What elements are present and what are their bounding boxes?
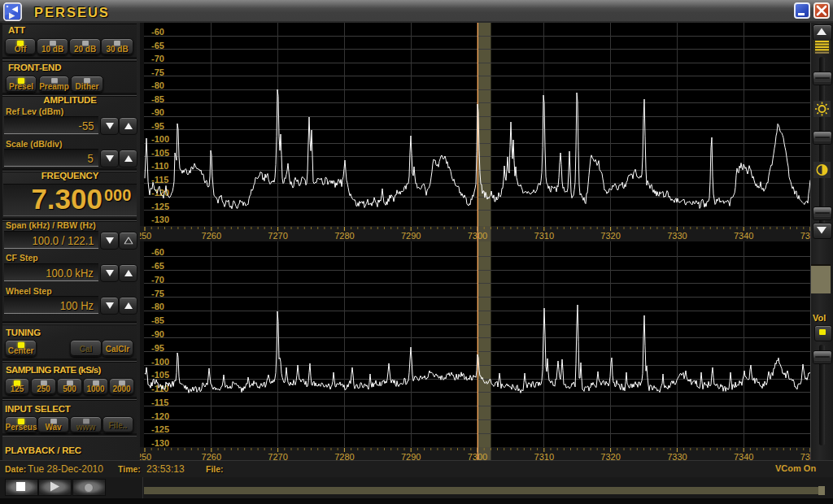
svg-text:7280: 7280 xyxy=(334,231,354,241)
svg-text:7260: 7260 xyxy=(202,452,221,460)
svg-text:7310: 7310 xyxy=(534,452,554,460)
svg-text:7290: 7290 xyxy=(401,231,421,241)
svg-text:-75: -75 xyxy=(151,289,164,298)
svg-text:7270: 7270 xyxy=(268,452,287,460)
svg-text:-65: -65 xyxy=(151,41,164,50)
svg-text:7250: 7250 xyxy=(140,452,151,460)
svg-text:-80: -80 xyxy=(151,80,164,90)
svg-text:7330: 7330 xyxy=(667,452,687,460)
svg-text:-95: -95 xyxy=(151,121,164,131)
svg-text:7310: 7310 xyxy=(534,231,554,241)
svg-text:-75: -75 xyxy=(151,67,164,77)
svg-text:-115: -115 xyxy=(151,175,168,185)
svg-text:-60: -60 xyxy=(151,247,164,257)
svg-text:-60: -60 xyxy=(151,27,164,37)
svg-text:-90: -90 xyxy=(151,329,164,339)
svg-text:7320: 7320 xyxy=(600,231,620,241)
svg-text:-120: -120 xyxy=(151,411,169,421)
svg-text:-85: -85 xyxy=(151,315,164,325)
svg-text:-90: -90 xyxy=(151,107,164,117)
svg-text:-85: -85 xyxy=(151,94,164,104)
svg-text:-125: -125 xyxy=(151,424,169,434)
svg-text:7290: 7290 xyxy=(401,452,421,460)
svg-text:-100: -100 xyxy=(151,357,169,367)
svg-text:7320: 7320 xyxy=(600,452,620,460)
svg-text:7340: 7340 xyxy=(734,231,753,241)
svg-text:7280: 7280 xyxy=(334,452,354,460)
svg-text:-70: -70 xyxy=(151,54,164,63)
svg-text:7250: 7250 xyxy=(140,231,151,241)
svg-text:7260: 7260 xyxy=(202,231,221,241)
svg-text:7340: 7340 xyxy=(734,452,753,460)
svg-text:-130: -130 xyxy=(151,215,169,224)
svg-text:-65: -65 xyxy=(151,261,164,271)
svg-text:-125: -125 xyxy=(151,202,169,211)
svg-text:-110: -110 xyxy=(151,161,168,171)
svg-text:-100: -100 xyxy=(151,134,169,144)
svg-text:-70: -70 xyxy=(151,275,164,285)
svg-text:-80: -80 xyxy=(151,302,164,311)
svg-text:-95: -95 xyxy=(151,343,164,353)
svg-text:-105: -105 xyxy=(151,148,169,158)
svg-text:-105: -105 xyxy=(151,370,169,380)
svg-text:7270: 7270 xyxy=(268,231,287,241)
svg-text:7330: 7330 xyxy=(667,231,687,241)
svg-text:-115: -115 xyxy=(151,398,168,407)
svg-text:-130: -130 xyxy=(151,438,169,447)
